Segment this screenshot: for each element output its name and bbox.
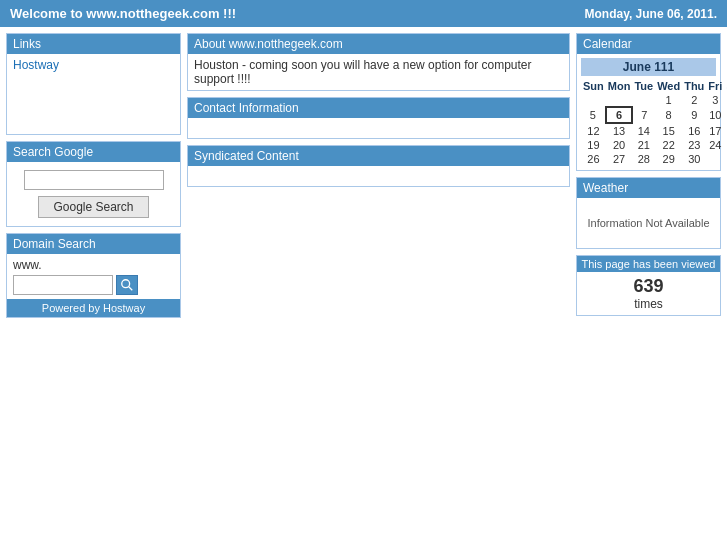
pageviews-times-label: times [581, 297, 716, 311]
calendar-day-cell: 27 [606, 152, 633, 166]
syndicated-panel: Syndicated Content [187, 145, 570, 187]
domain-search-panel: Domain Search www. Powered by Hostway [6, 233, 181, 318]
syndicated-panel-header: Syndicated Content [188, 146, 569, 166]
powered-bar: Powered by Hostway [7, 299, 180, 317]
pageviews-count: 639 [581, 276, 716, 297]
links-panel-header: Links [7, 34, 180, 54]
calendar-day-cell: 19 [581, 138, 606, 152]
hostway-link[interactable]: Hostway [13, 58, 59, 72]
weather-panel: Weather Information Not Available [576, 177, 721, 249]
calendar-day-cell: 7 [632, 107, 655, 123]
domain-search-button[interactable] [116, 275, 138, 295]
calendar-day-header: Wed [655, 79, 682, 93]
calendar-table: SunMonTueWedThuFriSat 123456789101112131… [581, 79, 727, 166]
weather-text: Information Not Available [587, 217, 709, 229]
www-label: www. [13, 258, 174, 272]
calendar-day-cell: 2 [682, 93, 706, 107]
left-column: Links Hostway Search Google Google Searc… [6, 33, 181, 318]
calendar-day-cell: 9 [682, 107, 706, 123]
calendar-day-cell: 14 [632, 123, 655, 138]
calendar-panel-body: June 111 SunMonTueWedThuFriSat 123456789… [577, 54, 720, 170]
right-column: Calendar June 111 SunMonTueWedThuFriSat … [576, 33, 721, 316]
calendar-day-cell: 17 [706, 123, 724, 138]
domain-search-header: Domain Search [7, 234, 180, 254]
weather-panel-header: Weather [577, 178, 720, 198]
calendar-week-row: 12131415161718 [581, 123, 727, 138]
contact-panel: Contact Information [187, 97, 570, 139]
calendar-day-cell: 15 [655, 123, 682, 138]
calendar-day-cell: 21 [632, 138, 655, 152]
calendar-day-cell: 22 [655, 138, 682, 152]
domain-search-input[interactable] [13, 275, 113, 295]
calendar-day-cell: 10 [706, 107, 724, 123]
syndicated-panel-body [188, 166, 569, 186]
calendar-day-cell: 8 [655, 107, 682, 123]
calendar-body: 1234567891011121314151617181920212223242… [581, 93, 727, 166]
calendar-day-cell: 23 [682, 138, 706, 152]
weather-panel-body: Information Not Available [577, 198, 720, 248]
about-text: Houston - coming soon you will have a ne… [194, 58, 532, 86]
about-panel-header: About www.notthegeek.com [188, 34, 569, 54]
calendar-day-cell: 6 [606, 107, 633, 123]
contact-panel-body [188, 118, 569, 138]
main-content: Links Hostway Search Google Google Searc… [0, 27, 727, 324]
calendar-day-header: Thu [682, 79, 706, 93]
domain-search-body: www. [7, 254, 180, 299]
pageviews-panel: This page has been viewed 639 times [576, 255, 721, 316]
search-google-header: Search Google [7, 142, 180, 162]
header-date: Monday, June 06, 2011. [585, 7, 718, 21]
powered-hostway-link[interactable]: Powered by Hostway [42, 302, 145, 314]
svg-point-0 [122, 280, 130, 288]
calendar-day-cell: 16 [682, 123, 706, 138]
calendar-day-cell [606, 93, 633, 107]
page-header: Welcome to www.notthegeek.com !!! Monday… [0, 0, 727, 27]
about-panel-body: Houston - coming soon you will have a ne… [188, 54, 569, 90]
about-panel: About www.notthegeek.com Houston - comin… [187, 33, 570, 91]
header-welcome: Welcome to www.notthegeek.com !!! [10, 6, 236, 21]
contact-panel-header: Contact Information [188, 98, 569, 118]
calendar-day-cell: 29 [655, 152, 682, 166]
calendar-week-row: 567891011 [581, 107, 727, 123]
pageviews-panel-header: This page has been viewed [577, 256, 720, 272]
google-search-input[interactable] [24, 170, 164, 190]
calendar-week-row: 1234 [581, 93, 727, 107]
calendar-day-cell [581, 93, 606, 107]
links-panel: Links Hostway [6, 33, 181, 135]
calendar-day-cell: 3 [706, 93, 724, 107]
calendar-day-header: Sun [581, 79, 606, 93]
calendar-day-cell: 28 [632, 152, 655, 166]
svg-line-1 [129, 287, 133, 291]
magnifier-icon [120, 278, 134, 292]
calendar-day-cell: 24 [706, 138, 724, 152]
search-google-body: Google Search [7, 162, 180, 226]
calendar-day-cell: 1 [655, 93, 682, 107]
calendar-day-cell: 20 [606, 138, 633, 152]
calendar-week-row: 19202122232425 [581, 138, 727, 152]
links-panel-body: Hostway [7, 54, 180, 134]
search-google-panel: Search Google Google Search [6, 141, 181, 227]
domain-input-row [13, 275, 174, 295]
calendar-panel-header: Calendar [577, 34, 720, 54]
calendar-day-header: Fri [706, 79, 724, 93]
calendar-day-cell: 30 [682, 152, 706, 166]
calendar-month: June 111 [581, 58, 716, 76]
calendar-day-cell: 26 [581, 152, 606, 166]
calendar-headers-row: SunMonTueWedThuFriSat [581, 79, 727, 93]
calendar-day-cell [706, 152, 724, 166]
calendar-day-cell: 5 [581, 107, 606, 123]
calendar-day-header: Tue [632, 79, 655, 93]
calendar-week-row: 2627282930 [581, 152, 727, 166]
middle-column: About www.notthegeek.com Houston - comin… [187, 33, 570, 187]
calendar-day-header: Mon [606, 79, 633, 93]
google-search-button[interactable]: Google Search [38, 196, 148, 218]
calendar-panel: Calendar June 111 SunMonTueWedThuFriSat … [576, 33, 721, 171]
calendar-day-cell: 12 [581, 123, 606, 138]
calendar-day-cell [632, 93, 655, 107]
calendar-day-cell: 13 [606, 123, 633, 138]
pageviews-panel-body: 639 times [577, 272, 720, 315]
